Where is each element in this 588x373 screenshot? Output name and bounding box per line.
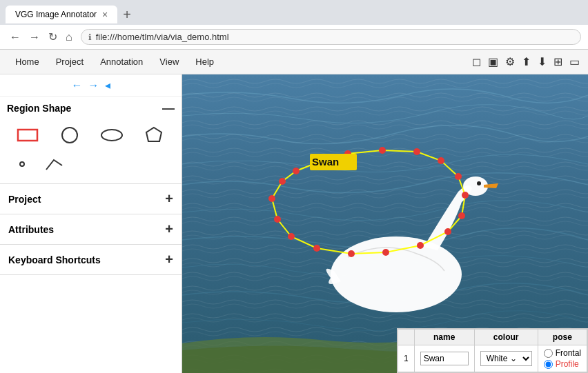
- col-name: name: [414, 330, 474, 345]
- upload-icon[interactable]: ⬆: [522, 55, 531, 68]
- tab-close-button[interactable]: ×: [102, 9, 108, 20]
- region-shape-section: Region Shape —: [0, 97, 182, 184]
- pose-frontal-text: Frontal: [556, 348, 581, 358]
- svg-point-1: [62, 128, 77, 143]
- folder-icon[interactable]: ◻: [472, 55, 481, 68]
- svg-point-4: [20, 162, 24, 166]
- shape-polygon[interactable]: [135, 123, 172, 148]
- shape-rectangle[interactable]: [10, 125, 46, 145]
- name-cell: [414, 345, 474, 372]
- pose-cell: Frontal Profile: [538, 345, 587, 372]
- attributes-title: Attributes: [8, 224, 54, 235]
- row-num: 1: [398, 345, 414, 372]
- svg-point-19: [455, 173, 462, 180]
- info-icon: ℹ: [88, 32, 92, 42]
- active-tab: VGG Image Annotator ×: [6, 6, 117, 23]
- col-colour: colour: [474, 330, 538, 345]
- menu-help[interactable]: Help: [188, 54, 221, 70]
- region-shape-toggle[interactable]: —: [162, 102, 175, 114]
- back-button[interactable]: ←: [7, 30, 23, 45]
- menu-project[interactable]: Project: [49, 54, 90, 70]
- svg-point-21: [458, 212, 465, 219]
- keyboard-shortcuts-title: Keyboard Shortcuts: [8, 254, 101, 265]
- pose-profile-radio[interactable]: [544, 360, 553, 369]
- menu-home[interactable]: Home: [8, 54, 46, 70]
- svg-point-16: [379, 147, 386, 154]
- svg-point-18: [438, 157, 444, 164]
- annotation-table: name colour pose 1 White ⌄: [397, 328, 588, 373]
- shape-polyline[interactable]: [41, 153, 72, 175]
- col-pose: pose: [538, 330, 587, 345]
- col-num: [398, 330, 414, 345]
- svg-point-2: [101, 130, 122, 141]
- svg-point-27: [288, 233, 295, 240]
- project-title: Project: [8, 194, 41, 205]
- svg-point-13: [293, 168, 300, 174]
- url-text: file:///home/tlm/via/via_demo.html: [96, 32, 229, 42]
- svg-point-11: [268, 195, 275, 202]
- comment-icon[interactable]: ▭: [569, 55, 580, 68]
- menu-view[interactable]: View: [153, 54, 186, 70]
- colour-cell: White ⌄ Black Grey Brown: [474, 345, 538, 372]
- main-area: ← → ◂ Region Shape —: [0, 74, 588, 373]
- project-section[interactable]: Project +: [0, 184, 182, 214]
- attributes-section[interactable]: Attributes +: [0, 214, 182, 245]
- home-button[interactable]: ⌂: [63, 30, 75, 45]
- shape-ellipse[interactable]: [94, 125, 130, 145]
- menu-bar: Home Project Annotation View Help ◻ ▣ ⚙ …: [0, 50, 588, 74]
- table-row: 1 White ⌄ Black Grey Brown: [398, 345, 587, 372]
- url-box[interactable]: ℹ file:///home/tlm/via/via_demo.html: [81, 29, 581, 45]
- save-icon[interactable]: ▣: [488, 55, 498, 68]
- name-input[interactable]: [420, 352, 469, 365]
- keyboard-shortcuts-add-button[interactable]: +: [165, 252, 173, 268]
- svg-point-25: [348, 250, 355, 257]
- grid-icon[interactable]: ⊞: [553, 55, 562, 68]
- gear-icon[interactable]: ⚙: [505, 55, 515, 68]
- reload-button[interactable]: ↻: [46, 29, 60, 45]
- pose-frontal-label[interactable]: Frontal: [544, 348, 581, 358]
- pose-radio-group: Frontal Profile: [544, 348, 581, 369]
- shape-circle[interactable]: [52, 123, 88, 148]
- region-shape-header: Region Shape —: [7, 102, 175, 114]
- sidebar-forward-button[interactable]: →: [88, 79, 99, 92]
- svg-point-26: [313, 245, 320, 252]
- download-icon[interactable]: ⬇: [538, 55, 547, 68]
- sidebar: ← → ◂ Region Shape —: [0, 74, 182, 373]
- address-bar: ← → ↻ ⌂ ℹ file:///home/tlm/via/via_demo.…: [0, 25, 588, 50]
- pose-frontal-radio[interactable]: [544, 349, 553, 358]
- sidebar-nav: ← → ◂: [0, 74, 182, 97]
- attributes-add-button[interactable]: +: [165, 221, 173, 237]
- svg-point-22: [444, 228, 451, 235]
- pose-profile-text: Profile: [556, 359, 579, 369]
- svg-point-17: [413, 148, 420, 155]
- shape-grid: [7, 120, 175, 150]
- region-shape-title: Region Shape: [7, 103, 71, 114]
- svg-point-24: [382, 249, 389, 256]
- svg-marker-3: [146, 128, 161, 141]
- nav-buttons: ← → ↻ ⌂: [7, 29, 75, 45]
- canvas-area[interactable]: Swan name colour pose 1: [182, 74, 588, 373]
- svg-point-23: [417, 242, 424, 249]
- project-add-button[interactable]: +: [165, 191, 173, 207]
- svg-text:Swan: Swan: [312, 156, 339, 168]
- tab-bar: VGG Image Annotator × +: [0, 0, 588, 25]
- tab-title: VGG Image Annotator: [15, 10, 97, 19]
- pose-profile-label[interactable]: Profile: [544, 359, 581, 369]
- svg-point-20: [462, 192, 469, 199]
- svg-point-12: [279, 178, 286, 185]
- new-tab-button[interactable]: +: [117, 7, 137, 23]
- sidebar-collapse-button[interactable]: ◂: [105, 79, 110, 92]
- shape-point[interactable]: [14, 153, 30, 175]
- svg-rect-0: [18, 130, 37, 141]
- colour-select[interactable]: White ⌄ Black Grey Brown: [480, 351, 532, 366]
- svg-point-9: [477, 181, 481, 185]
- keyboard-shortcuts-section[interactable]: Keyboard Shortcuts +: [0, 245, 182, 275]
- toolbar-icons: ◻ ▣ ⚙ ⬆ ⬇ ⊞ ▭: [472, 55, 580, 68]
- shape-row2: [7, 150, 175, 178]
- menu-annotation[interactable]: Annotation: [93, 54, 150, 70]
- svg-point-28: [274, 216, 281, 223]
- forward-button[interactable]: →: [26, 30, 43, 45]
- browser-chrome: VGG Image Annotator × + ← → ↻ ⌂ ℹ file:/…: [0, 0, 588, 50]
- sidebar-back-button[interactable]: ←: [72, 79, 83, 92]
